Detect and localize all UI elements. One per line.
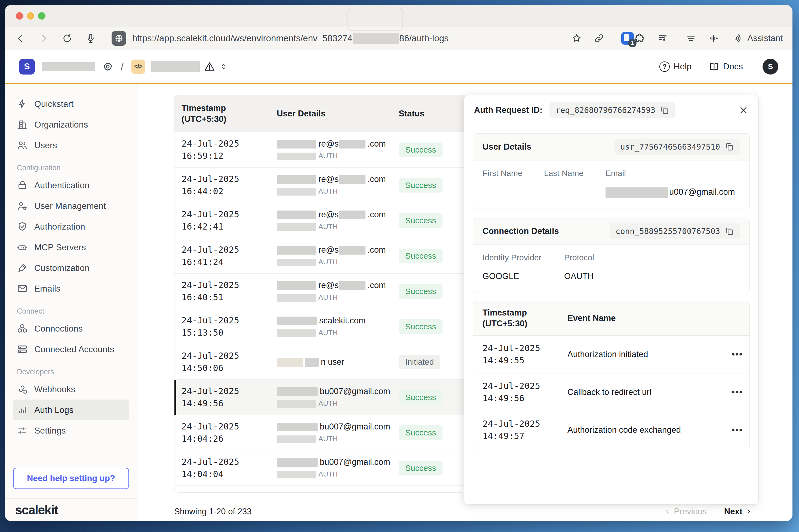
reload-icon[interactable] bbox=[61, 33, 73, 44]
visible-text: re@s bbox=[318, 210, 339, 219]
reading-list-icon[interactable] bbox=[685, 33, 697, 44]
docs-button[interactable]: Docs bbox=[709, 61, 743, 72]
next-page-button[interactable]: Next bbox=[724, 507, 752, 516]
copy-user-id-icon[interactable] bbox=[725, 142, 734, 152]
sidebar-item-authorization[interactable]: Authorization bbox=[13, 216, 129, 237]
back-icon[interactable] bbox=[15, 33, 26, 44]
visible-text: AUTH bbox=[318, 223, 338, 231]
sidebar-item-label: Customization bbox=[34, 263, 90, 273]
sidebar-item-customization[interactable]: Customization bbox=[13, 258, 129, 278]
mic-icon[interactable] bbox=[85, 33, 96, 44]
close-panel-icon[interactable] bbox=[738, 105, 749, 115]
redacted-text bbox=[339, 140, 366, 149]
auth-log-row[interactable]: 24-Jul-202516:41:24re@s.comAUTHSuccess bbox=[174, 238, 466, 273]
event-actions-ellipsis-icon[interactable]: ••• bbox=[725, 349, 749, 360]
browser-tab-outline[interactable] bbox=[348, 7, 403, 31]
first-name-value bbox=[483, 187, 544, 198]
auth-log-row[interactable]: 24-Jul-202516:40:51re@s.comAUTHSuccess bbox=[174, 273, 466, 309]
assistant-button[interactable]: Assistant bbox=[732, 33, 783, 44]
protocol-label: Protocol bbox=[564, 253, 740, 262]
copy-connection-id-icon[interactable] bbox=[725, 227, 734, 236]
browser-window: https://app.scalekit.cloud/ws/environmen… bbox=[5, 5, 793, 521]
environment-switcher-chevrons-icon[interactable] bbox=[219, 62, 228, 71]
row-date: 24-Jul-2025 bbox=[182, 456, 277, 468]
environment-badge[interactable]: </> bbox=[131, 60, 145, 74]
help-button[interactable]: ? Help bbox=[659, 61, 691, 72]
workspace-settings-gear-icon[interactable] bbox=[102, 61, 113, 72]
sidebar-item-settings[interactable]: Settings bbox=[13, 420, 129, 441]
sidebar-item-auth-logs[interactable]: Auth Logs bbox=[13, 400, 129, 420]
user-avatar[interactable]: S bbox=[763, 59, 778, 75]
url-suffix: 86/auth-logs bbox=[399, 33, 449, 43]
row-timestamp: 24-Jul-202516:44:02 bbox=[174, 173, 277, 197]
user-line-1: n user bbox=[277, 356, 399, 368]
visible-text: AUTH bbox=[318, 399, 338, 407]
need-help-button[interactable]: Need help setting up? bbox=[13, 468, 129, 489]
visible-text: AUTH bbox=[318, 470, 338, 478]
row-user-details: n user bbox=[277, 356, 399, 368]
row-timestamp: 24-Jul-202514:49:56 bbox=[174, 385, 277, 410]
panel-header: Auth Request ID: req_82680796766274593 bbox=[464, 95, 759, 125]
auth-log-row[interactable]: 24-Jul-202515:13:50scalekit.comAUTHSucce… bbox=[174, 309, 466, 344]
minimize-window-button[interactable] bbox=[27, 12, 34, 20]
address-bar[interactable]: https://app.scalekit.cloud/ws/environmen… bbox=[132, 33, 449, 44]
event-row: 24-Jul-202514:49:57Authorization code ex… bbox=[473, 411, 749, 449]
bolt-icon bbox=[17, 98, 28, 109]
site-globe-icon[interactable] bbox=[112, 31, 126, 46]
mail-icon bbox=[17, 283, 28, 294]
visible-text: scalekit.com bbox=[319, 316, 366, 325]
visible-text: .com bbox=[368, 245, 386, 254]
auth-log-row[interactable]: 24-Jul-202514:04:26bu007@gmail.comAUTHSu… bbox=[174, 415, 466, 451]
workspace-logo[interactable]: S bbox=[19, 59, 35, 75]
auth-log-row[interactable]: 24-Jul-202514:50:06n userInitiated bbox=[174, 344, 466, 380]
event-date: 24-Jul-2025 bbox=[483, 418, 568, 430]
auth-log-row[interactable]: 24-Jul-202514:04:04bu007@gmail.comAUTHSu… bbox=[174, 451, 466, 486]
sidebar-item-emails[interactable]: Emails bbox=[13, 278, 129, 299]
visible-text: .com bbox=[368, 139, 386, 149]
copy-request-id-icon[interactable] bbox=[660, 106, 669, 115]
docs-book-icon bbox=[709, 61, 719, 72]
table-footer: Showing 1-20 of 233 Previous Next bbox=[174, 503, 752, 520]
zoom-window-button[interactable] bbox=[38, 12, 45, 20]
sidebar-item-webhooks[interactable]: Webhooks bbox=[13, 379, 129, 400]
visible-text: re@s bbox=[318, 245, 339, 254]
auth-log-row[interactable]: 24-Jul-202516:42:41re@s.comAUTHSuccess bbox=[174, 203, 466, 238]
events-card: Timestamp (UTC+5:30) Event Name 24-Jul-2… bbox=[473, 301, 750, 449]
sidebar-item-user-management[interactable]: User Management bbox=[13, 195, 129, 216]
events-header-row: Timestamp (UTC+5:30) Event Name bbox=[473, 301, 749, 336]
row-time: 16:41:24 bbox=[182, 256, 277, 268]
first-name-label: First Name bbox=[483, 169, 544, 178]
event-name-column-header: Event Name bbox=[568, 313, 749, 323]
row-status-cell: Success bbox=[399, 178, 466, 193]
previous-page-button[interactable]: Previous bbox=[664, 507, 707, 516]
event-actions-ellipsis-icon[interactable]: ••• bbox=[725, 425, 749, 435]
row-user-details: scalekit.comAUTH bbox=[277, 315, 399, 339]
event-row: 24-Jul-202514:49:55Authorization initiat… bbox=[473, 336, 749, 374]
row-timestamp: 24-Jul-202516:42:41 bbox=[174, 208, 277, 233]
user-line-1: bu007@gmail.com bbox=[277, 385, 399, 397]
sidebar-item-mcp-servers[interactable]: MCP Servers bbox=[13, 237, 129, 258]
media-playlist-icon[interactable] bbox=[657, 33, 669, 44]
auth-log-row[interactable]: 24-Jul-202514:49:56bu007@gmail.comAUTHSu… bbox=[174, 380, 466, 415]
close-window-button[interactable] bbox=[16, 12, 23, 20]
timestamp-column-header: Timestamp (UTC+5:30) bbox=[174, 103, 277, 125]
forward-icon[interactable] bbox=[38, 33, 50, 44]
sidebar-item-organizations[interactable]: Organizations bbox=[13, 114, 129, 135]
extension-badge: 1 bbox=[628, 39, 636, 47]
auth-log-row[interactable]: 24-Jul-202516:44:02re@s.comAUTHSuccess bbox=[174, 168, 466, 203]
password-extension-icon[interactable]: 1 bbox=[621, 32, 634, 44]
redacted-text bbox=[305, 358, 319, 367]
sidebar-item-users[interactable]: Users bbox=[13, 135, 129, 156]
copy-link-icon[interactable] bbox=[593, 33, 605, 44]
sidebar-item-connections[interactable]: Connections bbox=[13, 318, 129, 339]
voice-waveform-icon[interactable] bbox=[709, 33, 720, 44]
redacted-text bbox=[606, 187, 668, 198]
row-time: 14:50:06 bbox=[182, 362, 277, 374]
visible-text: re@s bbox=[318, 174, 339, 184]
sidebar-item-quickstart[interactable]: Quickstart bbox=[13, 94, 129, 114]
bookmark-star-icon[interactable] bbox=[571, 33, 582, 44]
sidebar-item-authentication[interactable]: Authentication bbox=[13, 175, 129, 195]
auth-log-row[interactable]: 24-Jul-202516:59:12re@s.comAUTHSuccess bbox=[174, 132, 466, 168]
sidebar-item-connected-accounts[interactable]: Connected Accounts bbox=[13, 339, 129, 360]
event-actions-ellipsis-icon[interactable]: ••• bbox=[725, 387, 749, 397]
